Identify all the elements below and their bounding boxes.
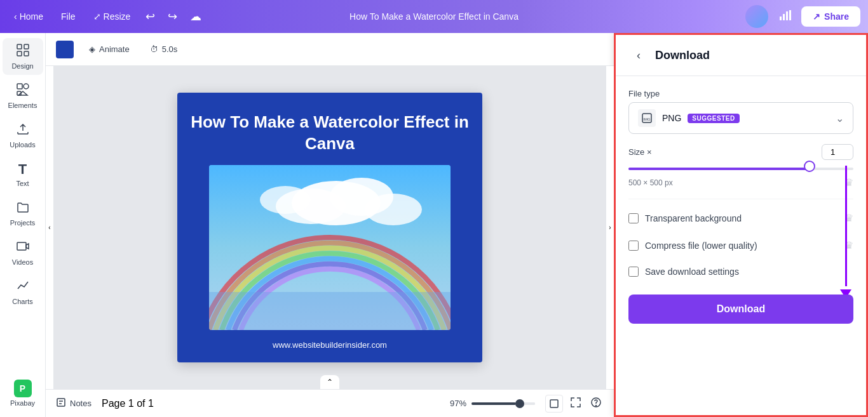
scroll-right[interactable]: ›: [606, 66, 614, 389]
size-input[interactable]: [822, 144, 853, 160]
chevron-down-icon: ⌄: [836, 112, 844, 124]
share-icon: ↗: [813, 11, 820, 22]
compress-checkbox[interactable]: [628, 241, 639, 251]
panel-content: File type IMG PNG SUGGESTED ⌄ Size: [616, 76, 866, 336]
sidebar: Design Elements Uploads: [0, 33, 46, 417]
transparent-checkbox[interactable]: [628, 213, 639, 223]
fullscreen-button[interactable]: [568, 395, 583, 413]
page-info: Page 1 of 1: [102, 398, 154, 409]
duration-label: 5.0s: [162, 44, 178, 54]
png-icon: IMG: [638, 109, 656, 127]
chart-icon: [778, 9, 791, 22]
analytics-button[interactable]: [775, 5, 795, 29]
download-button[interactable]: Download: [628, 295, 853, 324]
design-card: How To Make a Watercolor Effect in Canva: [177, 93, 482, 362]
svg-rect-20: [57, 399, 65, 406]
slider-thumb[interactable]: [804, 161, 815, 172]
save-settings-label: Save download settings: [645, 267, 739, 277]
page-indicator[interactable]: ⌃: [320, 375, 339, 389]
page-view-button[interactable]: [545, 395, 563, 413]
scroll-left[interactable]: ‹: [46, 66, 53, 389]
panel-title: Download: [655, 49, 710, 62]
divider-1: [628, 199, 853, 199]
elements-icon: [16, 83, 30, 100]
sidebar-projects-label: Projects: [10, 219, 36, 227]
chevron-up-icon: ⌃: [327, 378, 333, 387]
file-type-section: File type IMG PNG SUGGESTED ⌄: [628, 89, 853, 134]
file-type-dropdown[interactable]: IMG PNG SUGGESTED ⌄: [628, 102, 853, 134]
help-button[interactable]: [588, 395, 604, 413]
save-settings-row: Save download settings: [628, 264, 853, 279]
size-section: Size × 500 × 500 px ♛: [628, 144, 853, 189]
animate-icon: ◈: [89, 44, 95, 54]
svg-rect-0: [780, 17, 782, 20]
svg-rect-5: [24, 44, 29, 49]
videos-icon: [16, 239, 30, 256]
sidebar-design-label: Design: [11, 62, 33, 70]
download-button-label: Download: [717, 303, 765, 314]
charts-icon: [16, 279, 30, 296]
animate-button[interactable]: ◈ Animate: [84, 42, 135, 56]
sidebar-videos-label: Videos: [12, 258, 33, 266]
share-button[interactable]: ↗ Share: [801, 6, 860, 27]
document-title: How To Make a Watercolor Effect in Canva: [349, 11, 519, 22]
sidebar-item-charts[interactable]: Charts: [3, 274, 43, 310]
main-area: Design Elements Uploads: [0, 33, 868, 417]
bottom-bar: Notes Page 1 of 1 97%: [46, 389, 614, 417]
undo-button[interactable]: ↩: [142, 6, 159, 27]
download-panel: ‹ Download File type IMG PNG SUGGESTED ⌄: [614, 33, 868, 417]
notes-button[interactable]: Notes: [56, 397, 92, 409]
sidebar-item-elements[interactable]: Elements: [3, 77, 43, 114]
projects-icon: [16, 200, 30, 217]
bottom-right-icons: [545, 395, 604, 413]
size-slider-container: [628, 165, 853, 173]
svg-rect-23: [550, 400, 558, 407]
canvas-toolbar: ◈ Animate ⏱ 5.0s: [46, 33, 614, 66]
suggested-badge: SUGGESTED: [688, 114, 739, 123]
svg-rect-2: [786, 11, 788, 20]
canvas-area: ◈ Animate ⏱ 5.0s ‹ How To Make a Waterco…: [46, 33, 614, 417]
top-nav: ‹ Home File ⤢ Resize ↩ ↪ ☁ How To Make a…: [0, 0, 868, 33]
zoom-slider[interactable]: [471, 402, 535, 405]
clock-icon: ⏱: [150, 44, 158, 54]
duration-button[interactable]: ⏱ 5.0s: [145, 42, 183, 56]
sidebar-item-pixabay[interactable]: P Pixabay: [3, 374, 43, 412]
cloud-save-button[interactable]: ☁: [186, 6, 205, 27]
resize-label: Resize: [104, 11, 131, 22]
size-px-display: 500 × 500 px: [628, 178, 673, 187]
svg-rect-7: [24, 51, 29, 56]
save-settings-checkbox[interactable]: [628, 267, 639, 277]
transparent-bg-row: Transparent background ♛: [628, 209, 853, 227]
design-image: [209, 165, 451, 330]
sidebar-item-projects[interactable]: Projects: [3, 195, 43, 232]
animate-label: Animate: [99, 44, 130, 54]
sidebar-item-uploads[interactable]: Uploads: [3, 117, 43, 154]
panel-back-button[interactable]: ‹: [628, 45, 649, 65]
redo-button[interactable]: ↪: [164, 6, 181, 27]
slider-track: [628, 168, 853, 170]
color-picker[interactable]: [56, 41, 74, 58]
svg-text:IMG: IMG: [643, 117, 651, 121]
sidebar-uploads-label: Uploads: [10, 141, 35, 149]
size-label: Size ×: [628, 147, 652, 157]
panel-header: ‹ Download: [616, 35, 866, 76]
home-button[interactable]: ‹ Home: [8, 8, 50, 25]
sidebar-item-design[interactable]: Design: [3, 38, 43, 75]
design-card-title: How To Make a Watercolor Effect in Canva: [190, 112, 470, 155]
transparent-label: Transparent background: [645, 213, 742, 223]
sidebar-item-videos[interactable]: Videos: [3, 234, 43, 271]
svg-point-17: [365, 194, 422, 225]
nav-right-actions: ↗ Share: [745, 5, 860, 29]
design-icon: [16, 43, 30, 60]
rainbow-svg: [209, 165, 451, 330]
svg-rect-6: [17, 51, 22, 56]
design-url: www.websitebuilderinsider.com: [273, 340, 387, 350]
svg-rect-8: [17, 84, 22, 89]
compress-label: Compress file (lower quality): [645, 241, 757, 251]
sidebar-item-text[interactable]: T Text: [3, 156, 43, 192]
file-button[interactable]: File: [55, 8, 82, 25]
resize-button[interactable]: ⤢ Resize: [87, 8, 137, 25]
svg-rect-19: [209, 292, 451, 330]
download-btn-wrapper: Download: [628, 289, 853, 324]
svg-rect-1: [783, 14, 785, 20]
